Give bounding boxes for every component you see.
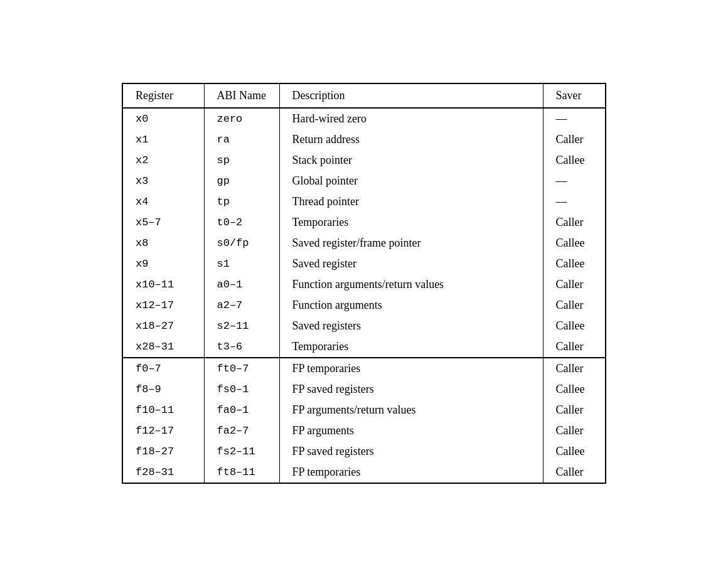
cell-description: Hard-wired zero [279, 108, 543, 129]
cell-description: Saved register [279, 254, 543, 274]
cell-description: FP saved registers [279, 441, 543, 462]
cell-abi: ft8–11 [204, 462, 279, 483]
cell-register: x0 [122, 108, 204, 129]
cell-description: Thread pointer [279, 191, 543, 212]
cell-register: x12–17 [122, 295, 204, 316]
cell-saver: Caller [543, 212, 606, 233]
table-container: Register ABI Name Description Saver x0ze… [97, 58, 631, 509]
header-abi: ABI Name [204, 83, 279, 108]
cell-abi: fa2–7 [204, 420, 279, 441]
cell-description: FP saved registers [279, 379, 543, 400]
cell-description: FP arguments [279, 420, 543, 441]
header-register: Register [122, 83, 204, 108]
cell-register: f10–11 [122, 400, 204, 420]
cell-description: FP temporaries [279, 462, 543, 483]
cell-description: Saved register/frame pointer [279, 233, 543, 254]
cell-abi: ft0–7 [204, 358, 279, 379]
cell-abi: sp [204, 150, 279, 171]
cell-register: f12–17 [122, 420, 204, 441]
table-row: x3gpGlobal pointer— [122, 171, 606, 191]
cell-saver: Callee [543, 233, 606, 254]
table-row: f28–31ft8–11FP temporariesCaller [122, 462, 606, 483]
cell-abi: a0–1 [204, 274, 279, 295]
cell-saver: Caller [543, 274, 606, 295]
table-row: f8–9fs0–1FP saved registersCallee [122, 379, 606, 400]
cell-description: Temporaries [279, 336, 543, 358]
cell-description: Stack pointer [279, 150, 543, 171]
cell-abi: s0/fp [204, 233, 279, 254]
cell-abi: s1 [204, 254, 279, 274]
cell-saver: Callee [543, 316, 606, 336]
table-row: x9s1Saved registerCallee [122, 254, 606, 274]
cell-saver: Caller [543, 420, 606, 441]
cell-register: x10–11 [122, 274, 204, 295]
cell-description: Function arguments/return values [279, 274, 543, 295]
cell-register: x28–31 [122, 336, 204, 358]
table-row: x12–17a2–7Function argumentsCaller [122, 295, 606, 316]
table-row: x5–7t0–2TemporariesCaller [122, 212, 606, 233]
cell-abi: gp [204, 171, 279, 191]
cell-register: f28–31 [122, 462, 204, 483]
cell-register: x1 [122, 129, 204, 150]
cell-register: x18–27 [122, 316, 204, 336]
cell-description: Function arguments [279, 295, 543, 316]
cell-register: x4 [122, 191, 204, 212]
cell-description: FP temporaries [279, 358, 543, 379]
table-row: f0–7ft0–7FP temporariesCaller [122, 358, 606, 379]
table-row: f10–11fa0–1FP arguments/return valuesCal… [122, 400, 606, 420]
cell-saver: — [543, 191, 606, 212]
cell-saver: — [543, 171, 606, 191]
header-description: Description [279, 83, 543, 108]
table-row: x28–31t3–6TemporariesCaller [122, 336, 606, 358]
cell-saver: Caller [543, 129, 606, 150]
table-header-row: Register ABI Name Description Saver [122, 83, 606, 108]
cell-register: x5–7 [122, 212, 204, 233]
cell-abi: a2–7 [204, 295, 279, 316]
table-row: f18–27fs2–11FP saved registersCallee [122, 441, 606, 462]
cell-saver: Caller [543, 462, 606, 483]
cell-description: FP arguments/return values [279, 400, 543, 420]
cell-saver: Callee [543, 150, 606, 171]
cell-description: Temporaries [279, 212, 543, 233]
cell-abi: ra [204, 129, 279, 150]
table-row: x2spStack pointerCallee [122, 150, 606, 171]
header-saver: Saver [543, 83, 606, 108]
cell-register: f18–27 [122, 441, 204, 462]
cell-register: x2 [122, 150, 204, 171]
table-row: x18–27s2–11Saved registersCallee [122, 316, 606, 336]
table-row: f12–17fa2–7FP argumentsCaller [122, 420, 606, 441]
cell-register: x3 [122, 171, 204, 191]
table-row: x4tpThread pointer— [122, 191, 606, 212]
cell-abi: fs0–1 [204, 379, 279, 400]
cell-register: x8 [122, 233, 204, 254]
cell-saver: Callee [543, 379, 606, 400]
cell-saver: Caller [543, 336, 606, 358]
cell-register: f0–7 [122, 358, 204, 379]
table-row: x8s0/fpSaved register/frame pointerCalle… [122, 233, 606, 254]
cell-abi: t3–6 [204, 336, 279, 358]
cell-abi: zero [204, 108, 279, 129]
table-row: x1raReturn addressCaller [122, 129, 606, 150]
cell-abi: tp [204, 191, 279, 212]
table-row: x10–11a0–1Function arguments/return valu… [122, 274, 606, 295]
cell-register: f8–9 [122, 379, 204, 400]
cell-saver: — [543, 108, 606, 129]
cell-saver: Caller [543, 358, 606, 379]
register-table: Register ABI Name Description Saver x0ze… [122, 83, 606, 484]
cell-abi: s2–11 [204, 316, 279, 336]
cell-abi: t0–2 [204, 212, 279, 233]
cell-saver: Caller [543, 295, 606, 316]
cell-saver: Callee [543, 441, 606, 462]
cell-abi: fs2–11 [204, 441, 279, 462]
cell-abi: fa0–1 [204, 400, 279, 420]
cell-saver: Caller [543, 400, 606, 420]
cell-register: x9 [122, 254, 204, 274]
cell-description: Return address [279, 129, 543, 150]
cell-saver: Callee [543, 254, 606, 274]
table-row: x0zeroHard-wired zero— [122, 108, 606, 129]
cell-description: Global pointer [279, 171, 543, 191]
cell-description: Saved registers [279, 316, 543, 336]
